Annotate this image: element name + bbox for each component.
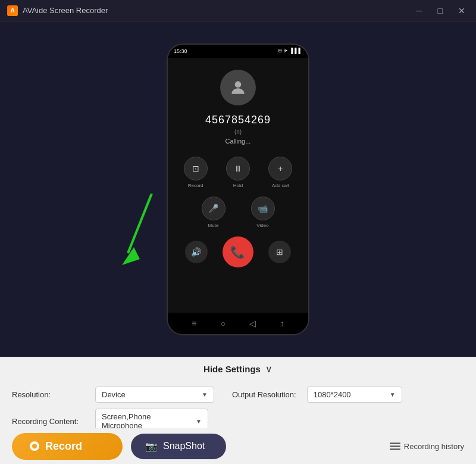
window-controls: ─ □ ✕: [413, 5, 469, 17]
mute-action-label: Mute: [208, 223, 219, 228]
record-action-btn[interactable]: ⊡ Record: [177, 157, 214, 188]
nav-home-icon: ○: [221, 319, 226, 328]
output-resolution-select[interactable]: 1080*2400 ▼: [307, 387, 402, 403]
menu-line-2: [390, 446, 400, 447]
nav-menu-icon: ≡: [192, 319, 196, 328]
recording-content-chevron-icon: ▼: [196, 418, 202, 425]
phone-status-bar: 15:30 ⊕ ᗒ ▐ ▌▌: [168, 45, 308, 58]
addcall-action-label: Add call: [272, 183, 289, 188]
main-content: 15:30 ⊕ ᗒ ▐ ▌▌ 4567854269 (n) Calling...…: [0, 21, 476, 357]
recording-content-value: Screen,Phone Microphone: [102, 412, 191, 430]
app-icon: A: [7, 5, 18, 16]
keypad-button[interactable]: ⊞: [268, 241, 291, 263]
output-resolution-value: 1080*2400: [314, 390, 351, 399]
nav-recent-icon: ↑: [280, 319, 284, 328]
call-actions-row1: ⊡ Record ⏸ Hold + Add call: [168, 157, 308, 188]
video-action-label: Video: [256, 223, 268, 228]
addcall-action-icon: +: [268, 157, 292, 180]
snapshot-label: SnapShot: [163, 441, 205, 451]
mute-action-icon: 🎤: [202, 197, 226, 220]
settings-panel: Hide Settings ∨ Resolution: Device ▼ Out…: [0, 357, 476, 464]
video-action-btn[interactable]: 📹 Video: [241, 197, 284, 228]
title-bar-left: A AVAide Screen Recorder: [7, 5, 108, 16]
resolution-label: Resolution:: [12, 390, 89, 399]
settings-row-resolution: Resolution: Device ▼ Output Resolution: …: [12, 387, 464, 403]
bottom-buttons: Record 📷 SnapShot Recording history: [0, 428, 476, 464]
caller-avatar: [220, 70, 256, 105]
status-time: 15:30: [174, 48, 187, 54]
call-actions-row2: 🎤 Mute 📹 Video: [168, 197, 308, 228]
speaker-button[interactable]: 🔊: [185, 241, 208, 263]
recording-history-label: Recording history: [404, 442, 464, 451]
output-resolution-label: Output Resolution:: [232, 390, 296, 399]
nav-back-icon: ◁: [249, 319, 256, 328]
hold-action-btn[interactable]: ⏸ Hold: [220, 157, 256, 188]
hold-action-icon: ⏸: [226, 157, 250, 180]
close-button[interactable]: ✕: [455, 5, 469, 17]
recording-history-button[interactable]: Recording history: [390, 442, 464, 451]
svg-line-1: [128, 194, 152, 253]
record-action-label: Record: [188, 183, 203, 188]
resolution-chevron-icon: ▼: [202, 391, 208, 398]
phone-mockup: 15:30 ⊕ ᗒ ▐ ▌▌ 4567854269 (n) Calling...…: [167, 43, 309, 335]
end-call-button[interactable]: 📞: [223, 236, 253, 267]
addcall-action-btn[interactable]: + Add call: [262, 157, 299, 188]
caller-status: Calling...: [226, 138, 251, 145]
caller-country: (n): [234, 129, 242, 135]
record-dot-inner: [32, 444, 37, 449]
camera-icon: 📷: [145, 441, 157, 452]
hide-settings-bar[interactable]: Hide Settings ∨: [0, 357, 476, 381]
resolution-value: Device: [102, 390, 126, 399]
record-dot-icon: [30, 441, 39, 451]
output-resolution-chevron-icon: ▼: [390, 391, 396, 398]
resolution-select[interactable]: Device ▼: [95, 387, 214, 403]
snapshot-button[interactable]: 📷 SnapShot: [131, 434, 226, 459]
record-button[interactable]: Record: [12, 433, 123, 460]
caller-number: 4567854269: [205, 114, 271, 126]
status-icons: ⊕ ᗒ ▐ ▌▌: [278, 48, 302, 54]
menu-lines-icon: [390, 443, 400, 450]
chevron-down-icon: ∨: [265, 363, 273, 375]
svg-marker-2: [122, 247, 140, 265]
hide-settings-label: Hide Settings: [203, 364, 261, 374]
hold-action-label: Hold: [233, 183, 243, 188]
arrow-annotation: [116, 194, 164, 279]
mute-action-btn[interactable]: 🎤 Mute: [192, 197, 235, 228]
app-title: AVAide Screen Recorder: [23, 6, 108, 15]
menu-line-3: [390, 449, 400, 450]
menu-line-1: [390, 443, 400, 444]
maximize-button[interactable]: □: [434, 5, 446, 17]
record-action-icon: ⊡: [184, 157, 208, 180]
title-bar: A AVAide Screen Recorder ─ □ ✕: [0, 0, 476, 21]
phone-call-screen: 4567854269 (n) Calling... ⊡ Record ⏸ Hol…: [168, 58, 308, 313]
video-action-icon: 📹: [251, 197, 275, 220]
call-main-controls: 🔊 📞 ⊞: [168, 236, 308, 267]
minimize-button[interactable]: ─: [413, 5, 426, 17]
record-label: Record: [45, 440, 82, 453]
recording-content-label: Recording Content:: [12, 417, 89, 426]
phone-nav-bar: ≡ ○ ◁ ↑: [168, 313, 308, 334]
person-icon: [228, 78, 248, 97]
svg-point-0: [235, 81, 242, 88]
